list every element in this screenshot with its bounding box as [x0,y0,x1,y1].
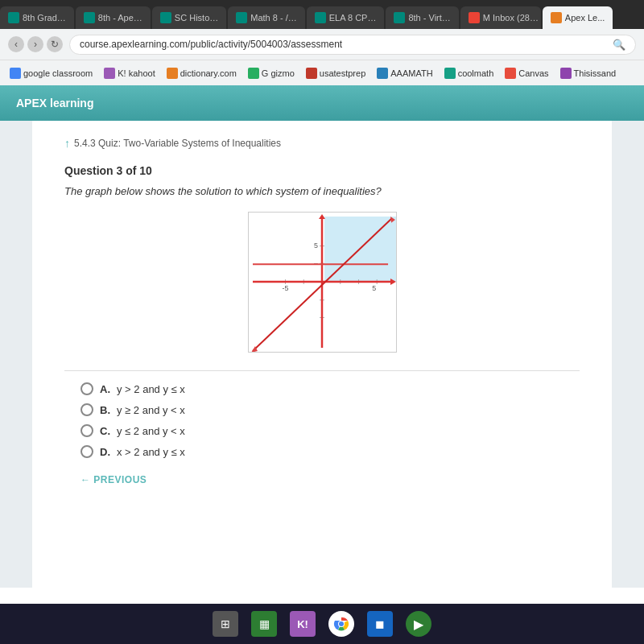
reload-button[interactable]: ↻ [47,36,63,52]
svg-text:5: 5 [314,242,318,250]
svg-text:5: 5 [372,284,376,292]
tab-label-8thvirt: 8th - Virt… [408,13,450,23]
svg-text:–: – [314,259,318,267]
bookmark-aaamath[interactable]: AAAMATH [374,66,436,80]
taskbar: ⊞ ▦ K! ◼ ▶ [0,604,644,644]
breadcrumb-icon: ↑ [64,137,70,150]
bookmark-icon-google [10,68,21,79]
taskbar-play-icon[interactable]: ▶ [406,611,431,637]
tab-icon-ela8 [315,12,326,23]
taskbar-apps-icon[interactable]: ▦ [251,611,277,637]
radio-D[interactable] [80,445,93,458]
tab-label-inbox: M Inbox (28… [483,13,539,23]
answer-text-C: y ≤ 2 and y < x [117,425,185,437]
apex-header: APEX learning [0,85,644,121]
graph-container: 5 – 5 -5 [64,212,580,353]
answer-choice-D[interactable]: D. x > 2 and y ≤ x [80,445,580,458]
apex-logo: APEX learning [16,97,93,109]
radio-A[interactable] [80,382,93,395]
bookmark-coolmath[interactable]: coolmath [441,66,497,80]
chrome-svg [332,614,351,634]
taskbar-files-icon[interactable]: ⊞ [213,611,238,637]
tab-icon-inbox [469,12,480,23]
bookmark-dictionary[interactable]: dictionary.com [163,66,240,80]
page-area: APEX learning ↑ 5.4.3 Quiz: Two-Variable… [0,85,644,588]
question-text: The graph below shows the solution to wh… [64,185,580,197]
url-text: course.apexlearning.com/public/activity/… [80,39,342,50]
answer-choice-C[interactable]: C. y ≤ 2 and y < x [80,424,580,437]
tab-label-math8: Math 8 - /… [250,13,296,23]
bookmark-label-gizmo: G gizmo [262,68,295,78]
divider [64,370,580,371]
bookmark-kahoot[interactable]: K! kahoot [101,66,158,80]
answer-text-A: y > 2 and y ≤ x [117,383,185,395]
bookmark-usatestprep[interactable]: usatestprep [303,66,369,80]
breadcrumb-text: 5.4.3 Quiz: Two-Variable Systems of Ineq… [74,138,281,149]
bookmark-icon-cool [444,68,456,79]
tab-icon-math8 [236,12,247,23]
previous-label: ← PREVIOUS [80,474,147,485]
bookmark-label-dict: dictionary.com [180,68,237,78]
forward-button[interactable]: › [27,36,43,52]
bookmark-thisissand[interactable]: Thisissand [557,66,620,80]
tab-schisto[interactable]: SC Histo… [152,6,226,29]
bookmark-label-kahoot: K! kahoot [118,68,155,78]
bookmark-label-usa: usatestprep [320,68,365,78]
answer-text-B: y ≥ 2 and y < x [117,404,185,416]
graph-svg: 5 – 5 -5 [248,212,397,353]
tab-icon-8thvirt [394,12,405,23]
answer-label-A: A. [100,383,110,395]
answer-label-D: D. [100,446,110,458]
bookmark-canvas[interactable]: Canvas [502,66,551,80]
answer-text-D: x > 2 and y ≤ x [117,446,185,458]
tab-label-ela8: ELA 8 CP… [329,13,377,23]
tab-icon-apex [551,12,562,23]
bookmark-label-aaa: AAAMATH [390,68,432,78]
tab-apex[interactable]: Apex Le... [543,6,613,29]
bookmark-label-cool: coolmath [458,68,494,78]
bookmark-google-classroom[interactable]: google classroom [6,66,96,80]
bookmark-icon-usa [306,68,317,79]
nav-buttons: ‹ › ↻ [8,36,63,52]
tab-8thape[interactable]: 8th - Ape… [76,6,151,29]
tab-8thvirt[interactable]: 8th - Virt… [386,6,458,29]
tab-icon-8thgrade [8,12,19,23]
svg-text:-5: -5 [282,284,288,292]
tab-label-apex: Apex Le... [565,13,605,23]
answer-choice-A[interactable]: A. y > 2 and y ≤ x [80,382,580,395]
content-panel: ↑ 5.4.3 Quiz: Two-Variable Systems of In… [32,121,612,588]
radio-B[interactable] [80,403,93,416]
tab-icon-schisto [160,12,171,23]
back-button[interactable]: ‹ [8,36,24,52]
tab-label-schisto: SC Histo… [175,13,218,23]
tab-math8[interactable]: Math 8 - /… [228,6,304,29]
url-input[interactable]: course.apexlearning.com/public/activity/… [69,35,636,55]
question-header: Question 3 of 10 [64,164,580,177]
bookmark-icon-kahoot [104,68,115,79]
answer-label-C: C. [100,425,110,437]
bookmarks-bar: google classroom K! kahoot dictionary.co… [0,60,644,85]
tab-8thgrade[interactable]: 8th Grad… [0,6,74,29]
bookmark-icon-aaa [377,68,388,79]
tab-bar: 8th Grad… 8th - Ape… SC Histo… Math 8 - … [0,0,644,29]
bookmark-icon-dict [167,68,178,79]
answer-choice-B[interactable]: B. y ≥ 2 and y < x [80,403,580,416]
taskbar-chrome-icon[interactable] [328,611,354,637]
bookmark-label-google: google classroom [23,68,93,78]
answer-choices: A. y > 2 and y ≤ x B. y ≥ 2 and y < x C.… [80,382,580,458]
tab-icon-8thape [84,12,95,23]
bookmark-icon-gizmo [248,68,259,79]
tab-inbox[interactable]: M Inbox (28… [460,6,541,29]
search-icon: 🔍 [613,39,625,51]
taskbar-drive-icon[interactable]: ◼ [367,611,393,637]
radio-C[interactable] [80,424,93,437]
tab-ela8[interactable]: ELA 8 CP… [307,6,385,29]
taskbar-kahoot-icon[interactable]: K! [290,611,316,637]
bookmark-label-this: Thisissand [574,68,617,78]
svg-point-27 [339,621,344,626]
bookmark-icon-this [560,68,572,79]
tab-label-8thgrade: 8th Grad… [23,13,66,23]
bookmark-gizmo[interactable]: G gizmo [245,66,298,80]
previous-button[interactable]: ← PREVIOUS [80,474,580,485]
tab-label-8thape: 8th - Ape… [98,13,142,23]
